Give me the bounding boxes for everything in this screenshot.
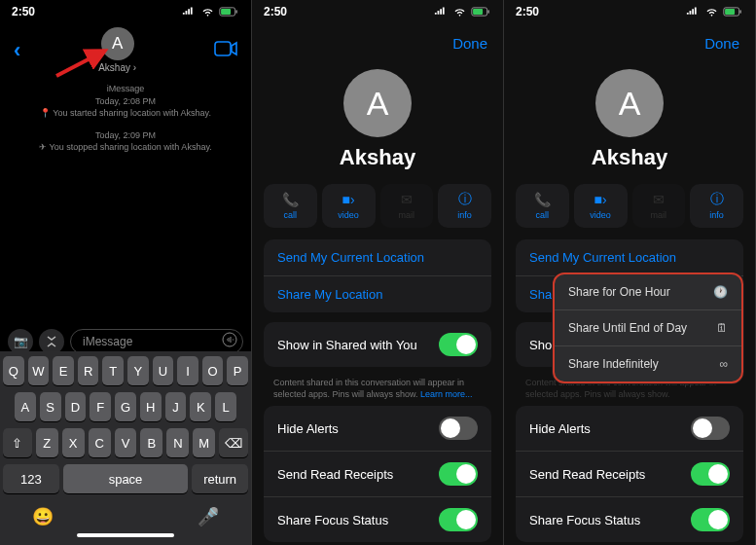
space-key[interactable]: space	[63, 464, 188, 493]
hide-alerts-toggle[interactable]	[439, 417, 478, 440]
dictation-icon[interactable]	[222, 332, 237, 351]
contact-header[interactable]: A Akshay ›	[20, 27, 214, 73]
video-icon: ■›	[576, 192, 626, 207]
hide-alerts-row[interactable]: Hide Alerts	[516, 406, 743, 452]
backspace-key[interactable]: ⌫	[219, 428, 248, 457]
done-button[interactable]: Done	[504, 23, 755, 52]
key[interactable]: Q	[3, 356, 24, 385]
key[interactable]: Y	[127, 356, 149, 385]
return-key[interactable]: return	[192, 464, 248, 493]
focus-status-toggle[interactable]	[691, 508, 730, 531]
show-shared-row[interactable]: Show in Shared with You	[264, 322, 491, 367]
read-receipts-row[interactable]: Send Read Receipts	[516, 452, 743, 497]
hide-alerts-row[interactable]: Hide Alerts	[264, 406, 491, 452]
learn-more-link[interactable]: Learn more...	[420, 389, 473, 399]
share-indefinitely[interactable]: Share Indefinitely∞	[555, 346, 741, 382]
key[interactable]: K	[190, 392, 211, 421]
focus-status-row[interactable]: Share Focus Status	[264, 497, 491, 542]
key[interactable]: J	[165, 392, 187, 421]
action-row: 📞call ■›video ✉mail ⓘinfo	[252, 184, 503, 228]
shift-key[interactable]: ⇧	[3, 428, 32, 457]
done-button[interactable]: Done	[252, 23, 503, 52]
keyboard[interactable]: Q W E R T Y U I O P A S D F G H J K L ⇧ …	[0, 351, 251, 545]
key[interactable]: D	[65, 392, 87, 421]
svg-rect-12	[740, 10, 741, 13]
focus-status-toggle[interactable]	[439, 508, 478, 531]
call-button[interactable]: 📞call	[516, 184, 569, 228]
share-one-hour[interactable]: Share for One Hour🕐	[555, 274, 741, 310]
key[interactable]: H	[140, 392, 162, 421]
key[interactable]: M	[193, 428, 215, 457]
emoji-button[interactable]: 😀	[32, 506, 54, 527]
status-bar: 2:50	[0, 0, 251, 23]
shared-hint: Content shared in this conversation will…	[252, 377, 503, 406]
video-button[interactable]: ■›video	[574, 184, 628, 228]
key[interactable]: W	[28, 356, 50, 385]
video-button[interactable]: ■›video	[322, 184, 376, 228]
mic-button[interactable]: 🎤	[198, 506, 219, 527]
share-end-of-day[interactable]: Share Until End of Day🗓	[555, 310, 741, 346]
read-receipts-toggle[interactable]	[691, 462, 730, 486]
back-button[interactable]: ‹	[14, 38, 20, 63]
call-button[interactable]: 📞call	[264, 184, 317, 228]
contact-name: Akshay	[98, 62, 130, 73]
info-icon: ⓘ	[692, 192, 741, 207]
key[interactable]: N	[166, 428, 189, 457]
key[interactable]: C	[89, 428, 111, 457]
key[interactable]: B	[140, 428, 162, 457]
status-icons	[434, 7, 491, 17]
location-card: Send My Current Location Share My Locati…	[264, 239, 491, 312]
status-bar: 2:50	[504, 0, 755, 23]
key[interactable]: P	[227, 356, 248, 385]
phone-icon: 📞	[266, 192, 315, 207]
contact-name: Akshay	[504, 145, 755, 170]
key[interactable]: T	[102, 356, 124, 385]
key[interactable]: E	[53, 356, 74, 385]
system-message-1: iMessage Today, 2:08 PM 📍 You started sh…	[0, 83, 251, 120]
svg-rect-8	[488, 10, 489, 13]
mail-button: ✉mail	[632, 184, 686, 228]
svg-rect-11	[725, 9, 735, 15]
show-shared-toggle[interactable]	[439, 333, 478, 356]
key[interactable]: L	[215, 392, 236, 421]
settings-card: Hide Alerts Send Read Receipts Share Foc…	[516, 406, 743, 542]
key[interactable]: X	[62, 428, 85, 457]
hide-alerts-toggle[interactable]	[691, 417, 730, 440]
key[interactable]: S	[40, 392, 61, 421]
numeric-key[interactable]: 123	[3, 464, 59, 493]
status-time: 2:50	[516, 5, 539, 18]
avatar[interactable]: A	[595, 69, 664, 137]
key[interactable]: I	[177, 356, 198, 385]
key[interactable]: A	[15, 392, 36, 421]
status-icons	[182, 7, 239, 17]
key[interactable]: Z	[36, 428, 58, 457]
home-indicator[interactable]	[77, 533, 174, 537]
send-location-row[interactable]: Send My Current Location	[264, 239, 491, 276]
share-location-row[interactable]: Share My Location	[264, 276, 491, 312]
key[interactable]: U	[153, 356, 174, 385]
svg-rect-3	[215, 42, 231, 55]
system-message-2: Today, 2:09 PM ✈ You stopped sharing loc…	[0, 129, 251, 154]
read-receipts-row[interactable]: Send Read Receipts	[264, 452, 491, 497]
chat-header: ‹ A Akshay ›	[0, 23, 251, 73]
facetime-button[interactable]	[214, 41, 237, 60]
video-icon: ■›	[324, 192, 374, 207]
info-button[interactable]: ⓘinfo	[438, 184, 491, 228]
mail-icon: ✉	[382, 192, 432, 207]
key[interactable]: V	[115, 428, 137, 457]
status-icons	[686, 7, 743, 17]
key[interactable]: R	[78, 356, 99, 385]
key[interactable]: G	[115, 392, 136, 421]
focus-status-row[interactable]: Share Focus Status	[516, 497, 743, 542]
send-location-row[interactable]: Send My Current Location	[516, 239, 743, 276]
settings-card: Hide Alerts Send Read Receipts Share Foc…	[264, 406, 491, 542]
status-bar: 2:50	[252, 0, 503, 23]
svg-rect-7	[473, 9, 483, 15]
avatar[interactable]: A	[343, 69, 412, 137]
key[interactable]: O	[202, 356, 224, 385]
read-receipts-toggle[interactable]	[439, 462, 478, 486]
key[interactable]: F	[90, 392, 111, 421]
clock-icon: 🕐	[713, 285, 728, 299]
info-button[interactable]: ⓘinfo	[690, 184, 743, 228]
status-time: 2:50	[264, 5, 287, 18]
